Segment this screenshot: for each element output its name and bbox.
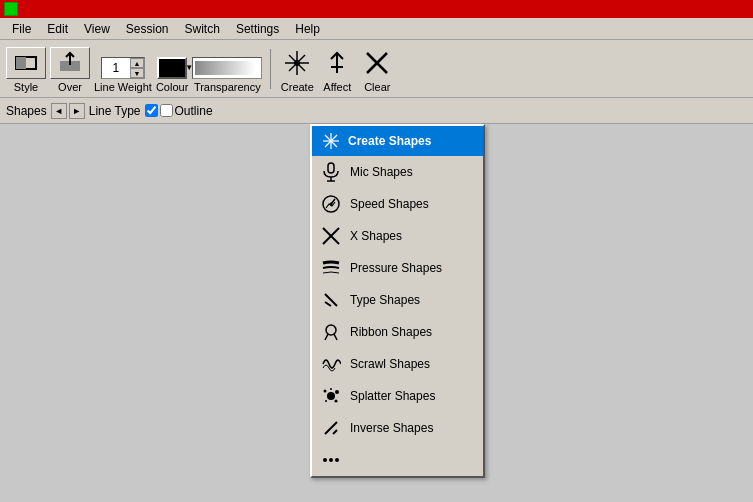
svg-point-39	[323, 458, 327, 462]
lineweight-label: Line Weight	[94, 81, 152, 93]
outline-check-1[interactable]	[145, 104, 158, 117]
dropdown-item-inverse[interactable]: Inverse Shapes	[312, 412, 483, 444]
shapes-nav-forward[interactable]: ►	[69, 103, 85, 119]
affect-label: Affect	[323, 81, 351, 93]
lineweight-input[interactable]: 1	[102, 58, 130, 78]
inverse-shapes-label: Inverse Shapes	[350, 421, 433, 435]
transparency-bar[interactable]	[192, 57, 262, 79]
svg-rect-1	[16, 57, 26, 69]
more-shapes-icon	[320, 449, 342, 471]
svg-line-29	[325, 334, 328, 340]
colour-swatch[interactable]: ▼	[157, 57, 187, 79]
scrawl-shapes-label: Scrawl Shapes	[350, 357, 430, 371]
speed-shapes-icon	[320, 193, 342, 215]
splatter-shapes-label: Splatter Shapes	[350, 389, 435, 403]
menu-help[interactable]: Help	[287, 20, 328, 38]
clear-label: Clear	[364, 81, 390, 93]
shapes-bar: Shapes ◄ ► Line Type Outline	[0, 98, 753, 124]
x-shapes-icon	[320, 225, 342, 247]
menu-file[interactable]: File	[4, 20, 39, 38]
svg-line-24	[323, 236, 331, 244]
shapes-navigation: ◄ ►	[51, 103, 85, 119]
scrawl-shapes-icon	[320, 353, 342, 375]
type-shapes-icon	[320, 289, 342, 311]
create-group[interactable]: Create	[279, 47, 315, 93]
dropdown-header: Create Shapes	[312, 126, 483, 156]
dropdown-item-speed[interactable]: Speed Shapes	[312, 188, 483, 220]
toolbar: Style Over 1 ▲ ▼ Line Weight ▼	[0, 40, 753, 98]
svg-line-38	[333, 430, 337, 434]
dropdown-item-pressure[interactable]: Pressure Shapes	[312, 252, 483, 284]
dropdown-item-type[interactable]: Type Shapes	[312, 284, 483, 316]
lineweight-down[interactable]: ▼	[130, 68, 144, 78]
outline-check-2[interactable]	[160, 104, 173, 117]
linetype-label: Line Type	[89, 104, 141, 118]
over-group: Over	[50, 47, 90, 93]
svg-line-30	[334, 334, 337, 340]
shapes-label: Shapes	[6, 104, 47, 118]
dropdown-item-mic[interactable]: Mic Shapes	[312, 156, 483, 188]
title-bar	[0, 0, 753, 18]
affect-icon[interactable]	[319, 47, 355, 79]
lineweight-arrows: ▲ ▼	[130, 58, 144, 78]
main-area: Create Shapes Mic Shapes	[0, 124, 753, 502]
type-shapes-label: Type Shapes	[350, 293, 420, 307]
lineweight-input-area: 1 ▲ ▼	[101, 57, 145, 79]
dropdown-item-splatter[interactable]: Splatter Shapes	[312, 380, 483, 412]
splatter-shapes-icon	[320, 385, 342, 407]
affect-group[interactable]: Affect	[319, 47, 355, 93]
svg-point-28	[326, 325, 336, 335]
svg-point-41	[335, 458, 339, 462]
create-shapes-dropdown: Create Shapes Mic Shapes	[310, 124, 485, 478]
over-button[interactable]	[50, 47, 90, 79]
mic-shapes-label: Mic Shapes	[350, 165, 413, 179]
dropdown-item-ribbon[interactable]: Ribbon Shapes	[312, 316, 483, 348]
menu-settings[interactable]: Settings	[228, 20, 287, 38]
create-shapes-header-icon	[320, 130, 342, 152]
toolbar-separator-1	[270, 49, 271, 89]
menu-switch[interactable]: Switch	[177, 20, 228, 38]
svg-line-27	[325, 302, 331, 306]
style-label: Style	[14, 81, 38, 93]
dropdown-item-x[interactable]: X Shapes	[312, 220, 483, 252]
style-button[interactable]	[6, 47, 46, 79]
svg-point-31	[327, 392, 335, 400]
svg-point-35	[335, 400, 338, 403]
svg-point-33	[335, 390, 339, 394]
svg-point-36	[330, 388, 332, 390]
colour-dropdown-arrow[interactable]: ▼	[185, 63, 193, 72]
svg-point-40	[329, 458, 333, 462]
transparency-label: Transparency	[194, 81, 261, 93]
ribbon-shapes-icon	[320, 321, 342, 343]
svg-point-34	[325, 400, 327, 402]
svg-point-7	[294, 60, 300, 66]
dropdown-item-scrawl[interactable]: Scrawl Shapes	[312, 348, 483, 380]
create-label: Create	[281, 81, 314, 93]
menu-view[interactable]: View	[76, 20, 118, 38]
menu-bar: File Edit View Session Switch Settings H…	[0, 18, 753, 40]
x-shapes-label: X Shapes	[350, 229, 402, 243]
create-icon[interactable]	[279, 47, 315, 79]
shapes-nav-back[interactable]: ◄	[51, 103, 67, 119]
lineweight-up[interactable]: ▲	[130, 58, 144, 68]
svg-rect-16	[328, 163, 334, 173]
menu-session[interactable]: Session	[118, 20, 177, 38]
menu-edit[interactable]: Edit	[39, 20, 76, 38]
clear-group[interactable]: Clear	[359, 47, 395, 93]
dropdown-header-label: Create Shapes	[348, 134, 431, 148]
svg-line-22	[323, 228, 331, 236]
pressure-shapes-label: Pressure Shapes	[350, 261, 442, 275]
style-group: Style	[6, 47, 46, 93]
outline-group: Outline	[145, 104, 213, 118]
ribbon-shapes-label: Ribbon Shapes	[350, 325, 432, 339]
svg-line-25	[331, 236, 339, 244]
inverse-shapes-icon	[320, 417, 342, 439]
transparency-slider[interactable]	[195, 61, 255, 75]
mic-shapes-icon	[320, 161, 342, 183]
colour-group: ▼ Colour	[156, 57, 188, 93]
dropdown-item-more[interactable]	[312, 444, 483, 476]
over-label: Over	[58, 81, 82, 93]
clear-icon[interactable]	[359, 47, 395, 79]
outline-label: Outline	[175, 104, 213, 118]
colour-label: Colour	[156, 81, 188, 93]
